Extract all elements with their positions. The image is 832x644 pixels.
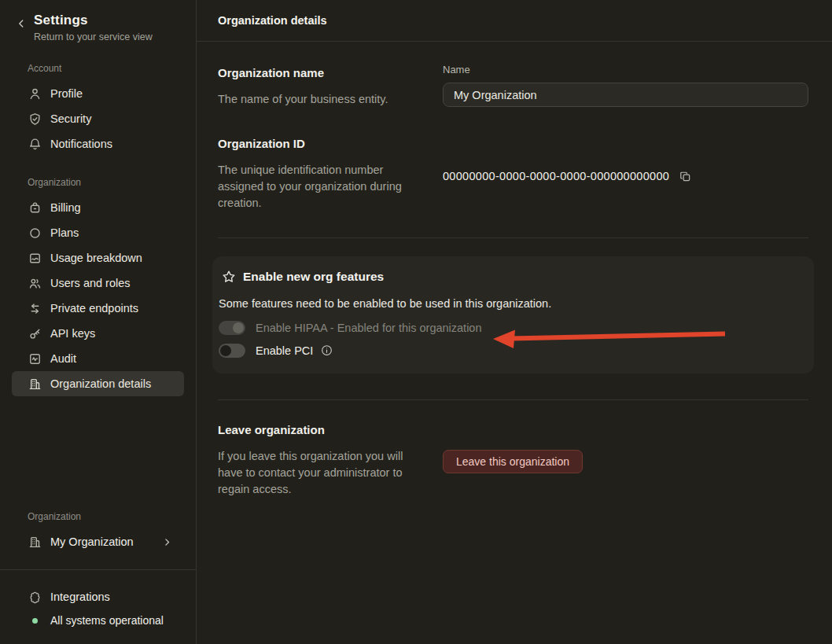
building-icon — [28, 377, 42, 391]
leave-org-section: Leave organization If you leave this org… — [218, 423, 808, 498]
sidebar-item-label: Billing — [50, 201, 81, 214]
sidebar-item-label: Profile — [50, 87, 83, 100]
toggle-knob — [220, 345, 231, 356]
sidebar-item-label: Audit — [50, 352, 76, 365]
billing-icon — [28, 201, 42, 215]
section-divider — [218, 237, 808, 238]
leave-org-description: If you leave this organization you will … — [218, 448, 411, 498]
sidebar-item-organization-details[interactable]: Organization details — [12, 371, 184, 396]
sidebar-bottom: Organization My Organization Integration… — [0, 491, 196, 644]
org-id-description: The unique identification number assigne… — [218, 162, 411, 212]
integrations-icon — [28, 591, 42, 604]
key-icon — [28, 327, 42, 340]
sidebar-item-label: API keys — [50, 327, 95, 340]
hipaa-toggle-label: Enable HIPAA - Enabled for this organiza… — [256, 322, 482, 334]
sidebar-item-profile[interactable]: Profile — [12, 81, 184, 106]
audit-icon — [28, 352, 42, 366]
main-panel: Organization details Organization name T… — [197, 0, 832, 644]
name-field-label: Name — [443, 64, 808, 75]
org-id-value: 00000000-0000-0000-0000-000000000000 — [443, 170, 669, 182]
features-card-description: Some features need to be enabled to be u… — [219, 297, 798, 310]
hipaa-toggle-row: Enable HIPAA - Enabled for this organiza… — [219, 320, 798, 335]
org-switcher[interactable]: My Organization — [0, 529, 196, 554]
bell-icon — [28, 138, 42, 151]
shield-check-icon — [28, 112, 42, 126]
sidebar-item-security[interactable]: Security — [12, 106, 184, 131]
sidebar-item-notifications[interactable]: Notifications — [12, 131, 184, 156]
features-card: Enable new org features Some features ne… — [212, 256, 814, 374]
app-window: Settings Return to your service view Acc… — [0, 0, 832, 644]
org-id-heading: Organization ID — [218, 137, 411, 150]
sidebar-item-label: Notifications — [50, 138, 112, 150]
hipaa-toggle[interactable] — [219, 321, 245, 335]
back-chevron-icon[interactable] — [16, 18, 27, 29]
sidebar-item-label: Usage breakdown — [50, 252, 142, 264]
pci-toggle-row: Enable PCI — [219, 343, 798, 358]
sidebar-item-private-endpoints[interactable]: Private endpoints — [12, 296, 184, 321]
organization-section-label: Organization — [0, 177, 196, 188]
sidebar-item-billing[interactable]: Billing — [12, 195, 184, 220]
section-divider — [218, 399, 808, 400]
page-title: Organization details — [197, 0, 832, 42]
usage-chart-icon — [28, 252, 42, 265]
leave-organization-button[interactable]: Leave this organization — [443, 450, 583, 473]
org-switcher-value: My Organization — [50, 535, 134, 548]
sidebar-subtitle[interactable]: Return to your service view — [34, 31, 153, 42]
pci-toggle[interactable] — [219, 344, 245, 358]
sidebar-item-label: Private endpoints — [50, 302, 138, 315]
sidebar-item-audit[interactable]: Audit — [12, 346, 184, 371]
org-name-input[interactable] — [443, 83, 808, 107]
sidebar-item-label: Security — [50, 112, 91, 125]
org-switcher-label: Organization — [0, 511, 196, 522]
user-icon — [28, 87, 42, 101]
org-name-section: Organization name The name of your busin… — [218, 66, 808, 108]
integrations-link[interactable]: Integrations — [0, 585, 196, 609]
status-label: All systems operational — [50, 614, 164, 627]
sidebar-item-label: Users and roles — [50, 277, 131, 289]
sidebar-item-usage-breakdown[interactable]: Usage breakdown — [12, 245, 184, 270]
toggle-knob — [233, 322, 244, 333]
status-dot-icon — [32, 618, 38, 624]
sidebar-item-label: Organization details — [50, 377, 151, 390]
settings-sidebar: Settings Return to your service view Acc… — [0, 0, 197, 644]
main-content: Organization name The name of your busin… — [197, 42, 832, 498]
sidebar-header: Settings Return to your service view — [0, 0, 196, 42]
org-id-section: Organization ID The unique identificatio… — [218, 137, 808, 212]
sidebar-item-users-and-roles[interactable]: Users and roles — [12, 270, 184, 296]
org-name-description: The name of your business entity. — [218, 91, 411, 108]
integrations-label: Integrations — [50, 591, 110, 603]
leave-org-heading: Leave organization — [218, 423, 411, 436]
sidebar-title: Settings — [34, 13, 153, 28]
sidebar-item-api-keys[interactable]: API keys — [12, 321, 184, 346]
info-icon[interactable] — [321, 344, 333, 356]
swap-arrows-icon — [28, 302, 42, 315]
circle-icon — [28, 226, 42, 240]
system-status-link[interactable]: All systems operational — [0, 609, 196, 632]
users-icon — [28, 277, 42, 290]
sidebar-footer: Integrations All systems operational — [0, 570, 196, 644]
sidebar-item-label: Plans — [50, 226, 79, 239]
copy-icon[interactable] — [679, 171, 691, 182]
sidebar-item-plans[interactable]: Plans — [12, 220, 184, 245]
org-name-heading: Organization name — [218, 66, 411, 79]
star-icon — [222, 270, 236, 284]
pci-toggle-label: Enable PCI — [256, 344, 313, 357]
account-section-label: Account — [0, 63, 196, 74]
chevron-right-icon — [162, 537, 172, 547]
features-card-title: Enable new org features — [243, 270, 384, 284]
building-icon — [28, 535, 42, 549]
